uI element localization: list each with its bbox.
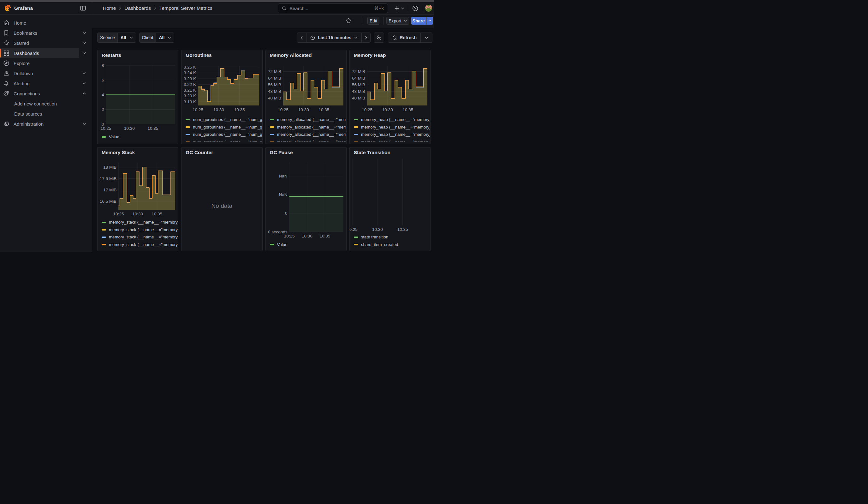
sidebar-collapse-icon[interactable] (79, 4, 87, 13)
chevron-up-icon[interactable] (81, 89, 87, 99)
panel-title[interactable]: Restarts (97, 50, 178, 59)
legend-item: num_goroutines {__name__="num_go (186, 123, 262, 131)
legend-series-label[interactable]: num_goroutines {__name__="num_go (193, 140, 262, 142)
panel-title[interactable]: GC Counter (182, 147, 262, 156)
y-axis-tick-label: 2 (102, 107, 104, 112)
share-button[interactable]: Share (411, 17, 426, 25)
chevron-down-icon[interactable] (81, 78, 87, 89)
grafana-logo-icon[interactable] (4, 5, 11, 12)
help-button[interactable] (411, 3, 419, 13)
search-icon (282, 6, 287, 11)
variable-value-dropdown[interactable]: All (156, 33, 174, 42)
legend-series-label[interactable]: num_goroutines {__name__="num_go (193, 125, 262, 130)
chevron-right-icon (154, 6, 157, 10)
legend-series-label[interactable]: memory_allocated {__name__="memo (277, 117, 346, 122)
panel-legend: Value (266, 241, 346, 251)
chevron-down-icon[interactable] (81, 28, 87, 38)
edit-button[interactable]: Edit (368, 17, 379, 25)
favorite-star-button[interactable] (344, 17, 353, 25)
chart-plot-area[interactable]: 40 MiB48 MiB56 MiB64 MiB72 MiB10:2510:30… (350, 59, 430, 116)
time-shift-forward-button[interactable] (361, 33, 370, 42)
star-icon (3, 40, 9, 46)
legend-series-label[interactable]: memory_stack {__name__="memory_s (109, 242, 178, 247)
legend-series-label[interactable]: memory_heap {__name__="memory_h (361, 132, 430, 137)
legend-series-color (354, 119, 358, 121)
chart-plot-area[interactable]: NaNNaN00 seconds10:2510:3010:35 (266, 156, 346, 241)
panel-title[interactable]: Memory Heap (350, 50, 430, 59)
sidebar-item-administration[interactable]: Administration (0, 119, 79, 129)
chevron-down-icon[interactable] (81, 48, 87, 58)
legend-series-label[interactable]: memory_stack {__name__="memory_s (109, 235, 178, 239)
chevron-down-icon[interactable] (81, 119, 87, 129)
legend-series-label[interactable]: memory_heap {__name__="memory_h (361, 140, 430, 142)
sidebar-item-connections[interactable]: Connections (0, 89, 79, 99)
time-shift-back-button[interactable] (297, 33, 306, 42)
legend-item: num_goroutines {__name__="num_go (186, 116, 262, 123)
time-range-picker[interactable]: Last 15 minutes (306, 33, 361, 42)
export-button[interactable]: Export (386, 17, 409, 25)
sidebar-item-explore[interactable]: Explore (0, 58, 79, 68)
legend-series-label[interactable]: Value (109, 134, 119, 139)
search-input[interactable]: Search... ⌘+k (278, 3, 388, 13)
legend-series-color (354, 237, 358, 238)
legend-series-label[interactable]: memory_heap {__name__="memory_h (361, 117, 430, 122)
sidebar-item-bookmarks[interactable]: Bookmarks (0, 28, 79, 38)
legend-series-label[interactable]: memory_stack {__name__="memory_s (109, 227, 178, 232)
legend-item: memory_allocated {__name__="memo (270, 116, 346, 123)
legend-series-label[interactable]: state transition (361, 235, 388, 239)
sidebar-item-label: Connections (13, 91, 40, 96)
breadcrumb-dashboards[interactable]: Dashboards (124, 6, 151, 11)
legend-item: memory_heap {__name__="memory_h (354, 123, 430, 131)
legend-series-color (354, 244, 358, 245)
avatar[interactable] (425, 5, 432, 12)
panel-title[interactable]: GC Pause (266, 147, 346, 156)
legend-series-label[interactable]: memory_allocated {__name__="memo (277, 140, 346, 142)
panel-memory-stack: Memory Stack 16.5 MiB17 MiB17.5 MiB18 Mi… (97, 147, 178, 251)
variable-value-dropdown[interactable]: All (118, 33, 136, 42)
zoom-out-button[interactable] (374, 32, 384, 43)
legend-series-label[interactable]: num_goroutines {__name__="num_go (193, 117, 262, 122)
legend-series-label[interactable]: shard_item_created (361, 242, 398, 247)
chevron-down-icon[interactable] (81, 38, 87, 48)
chevron-left-icon (300, 36, 303, 40)
chart-plot-area[interactable]: 10:2510:3010:35 (350, 156, 430, 233)
sidebar-item-dashboards[interactable]: Dashboards (0, 48, 79, 58)
panel-title[interactable]: Memory Allocated (266, 50, 346, 59)
legend-item: memory_allocated {__name__="memo (270, 123, 346, 131)
sidebar-item-label: Alerting (13, 81, 30, 86)
sidebar-item-label: Add new connection (14, 101, 57, 106)
sidebar-item-home[interactable]: Home (0, 18, 79, 28)
sidebar-item-alerting[interactable]: Alerting (0, 78, 79, 89)
refresh-interval-button[interactable] (421, 33, 432, 42)
panel-title[interactable]: Goroutines (182, 50, 262, 59)
x-axis-tick-label: 10:25 (362, 107, 372, 112)
panel-title[interactable]: Memory Stack (97, 147, 178, 156)
breadcrumb-home[interactable]: Home (103, 6, 116, 11)
sidebar-item-label: Data sources (14, 111, 42, 116)
chart-plot-area[interactable]: 3.19 K3.20 K3.21 K3.22 K3.23 K3.24 K3.25… (182, 59, 262, 116)
chevron-down-icon[interactable] (81, 68, 87, 78)
sidebar-item-starred[interactable]: Starred (0, 38, 79, 48)
legend-series-label[interactable]: Value (277, 242, 288, 247)
export-label: Export (389, 18, 401, 23)
variable-label: Client (140, 33, 156, 42)
legend-series-label[interactable]: memory_allocated {__name__="memo (277, 125, 346, 130)
legend-series-label[interactable]: memory_stack {__name__="memory_s (109, 220, 178, 225)
panel-title[interactable]: State Transition (350, 147, 430, 156)
legend-series-color (270, 126, 274, 128)
share-menu-button[interactable] (426, 17, 433, 25)
sidebar-item-drilldown[interactable]: Drilldown (0, 68, 79, 78)
x-axis-tick-label: 10:25 (350, 227, 358, 232)
drilldown-icon (3, 70, 9, 76)
chart-plot-area[interactable]: 0246810:2510:3010:35 (97, 59, 178, 133)
panel-legend: memory_allocated {__name__="memomemory_a… (266, 116, 346, 142)
refresh-button[interactable]: Refresh (388, 33, 421, 42)
legend-series-label[interactable]: num_goroutines {__name__="num_go (193, 132, 262, 137)
legend-series-label[interactable]: memory_heap {__name__="memory_h (361, 125, 430, 130)
legend-series-label[interactable]: memory_allocated {__name__="memo (277, 132, 346, 137)
sidebar-item-data-sources[interactable]: Data sources (0, 109, 79, 119)
sidebar-item-add-new-connection[interactable]: Add new connection (0, 99, 79, 109)
chart-plot-area[interactable]: 40 MiB48 MiB56 MiB64 MiB72 MiB10:2510:30… (266, 59, 346, 116)
chart-plot-area[interactable]: 16.5 MiB17 MiB17.5 MiB18 MiB10:2510:3010… (97, 156, 178, 218)
add-new-button[interactable] (394, 3, 405, 13)
